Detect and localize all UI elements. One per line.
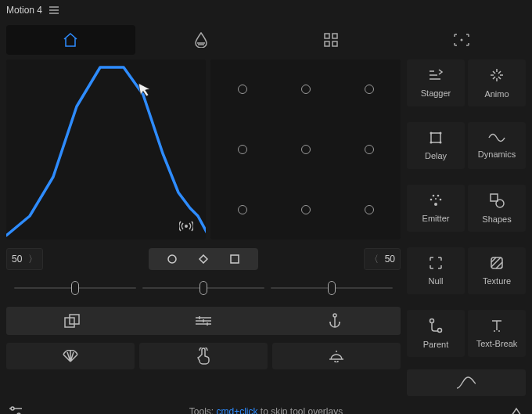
svg-rect-0 <box>325 34 329 38</box>
settings-sliders-icon[interactable] <box>8 404 23 414</box>
tab-focus[interactable] <box>397 25 527 55</box>
tool-dynamics[interactable]: Dynamics <box>468 122 526 169</box>
anchor-bottom-center[interactable] <box>301 205 311 214</box>
fan-icon <box>62 350 79 362</box>
distribute-button[interactable] <box>138 307 269 335</box>
svg-rect-24 <box>491 257 502 268</box>
svg-point-26 <box>438 329 442 333</box>
svg-rect-3 <box>332 41 337 46</box>
tab-home[interactable] <box>6 25 135 55</box>
panel-title: Motion 4 <box>6 5 42 16</box>
shape-diamond[interactable] <box>198 254 209 265</box>
footer-hint: Tools: cmd+click to skip tool overlays <box>23 406 509 414</box>
anchor-top-left[interactable] <box>238 85 247 94</box>
svg-rect-11 <box>431 133 440 142</box>
svg-point-19 <box>433 195 435 197</box>
easing-preset-button[interactable] <box>407 369 526 396</box>
dynamics-icon <box>488 132 505 143</box>
shape-circle[interactable] <box>167 254 178 265</box>
fan-button[interactable] <box>6 343 135 369</box>
tab-grid[interactable] <box>267 25 396 55</box>
touch-icon <box>197 347 210 365</box>
anchor-icon <box>329 313 341 329</box>
svg-point-14 <box>430 142 433 144</box>
clone-icon <box>64 314 80 328</box>
chevron-left-icon[interactable]: 〈 <box>369 253 379 266</box>
emitter-icon <box>428 193 444 207</box>
easing-icon <box>455 376 477 390</box>
svg-point-5 <box>185 225 188 228</box>
svg-rect-1 <box>332 34 337 38</box>
tool-emitter[interactable]: Emitter <box>407 185 465 232</box>
tool-delay[interactable]: Delay <box>407 122 465 169</box>
value-left[interactable]: 50 〉 <box>6 248 43 270</box>
delay-icon <box>429 131 443 145</box>
tool-label: Texture <box>483 276 511 286</box>
footer-suffix: to skip tool overlays <box>257 406 343 414</box>
tool-shapes[interactable]: Shapes <box>468 185 526 232</box>
svg-point-16 <box>434 203 437 206</box>
tool-stagger[interactable]: Stagger <box>407 59 465 106</box>
shape-toggle <box>149 248 258 270</box>
tool-textbreak[interactable]: Text-Break <box>468 310 526 357</box>
value-left-number: 50 <box>12 254 22 265</box>
tab-drop[interactable] <box>137 25 266 55</box>
action-bar <box>6 307 401 335</box>
chevron-right-icon[interactable]: 〉 <box>28 253 38 266</box>
svg-point-25 <box>430 319 434 323</box>
anchor-button[interactable] <box>269 307 401 335</box>
tool-label: Null <box>429 276 444 286</box>
svg-rect-7 <box>231 255 239 263</box>
svg-point-21 <box>435 198 437 200</box>
anchor-mid-right[interactable] <box>365 145 374 154</box>
svg-point-17 <box>430 199 433 201</box>
anchor-point-grid <box>210 59 401 239</box>
animo-icon <box>489 67 505 83</box>
svg-rect-2 <box>325 41 329 46</box>
parent-icon <box>429 318 443 333</box>
svg-point-27 <box>11 407 14 410</box>
collapse-up-icon[interactable] <box>509 404 524 414</box>
tool-label: Text-Break <box>476 339 518 348</box>
shape-square[interactable] <box>229 254 240 265</box>
easing-curve-panel[interactable] <box>6 59 206 239</box>
footer-prefix: Tools: <box>189 406 217 414</box>
anchor-mid-center[interactable] <box>301 145 311 154</box>
anchor-top-right[interactable] <box>365 85 374 94</box>
anchor-bottom-left[interactable] <box>238 205 247 214</box>
tool-parent[interactable]: Parent <box>407 310 465 357</box>
shapes-icon <box>489 193 505 208</box>
clone-button[interactable] <box>6 307 138 335</box>
tool-null[interactable]: Null <box>407 247 465 294</box>
tool-label: Delay <box>425 151 447 160</box>
svg-point-18 <box>440 199 442 201</box>
svg-rect-22 <box>491 194 498 201</box>
svg-point-6 <box>168 255 176 263</box>
tool-label: Animo <box>484 89 509 99</box>
anchor-mid-left[interactable] <box>238 145 247 154</box>
value-right[interactable]: 〈 50 <box>364 248 401 270</box>
touch-button[interactable] <box>139 343 268 369</box>
value-right-number: 50 <box>385 254 395 265</box>
footer-accent: cmd+click <box>216 406 257 414</box>
anchor-bottom-right[interactable] <box>365 205 374 214</box>
tool-label: Dynamics <box>478 149 516 159</box>
slider-1[interactable] <box>14 280 136 296</box>
menu-icon[interactable] <box>49 5 59 16</box>
stagger-icon <box>428 68 444 82</box>
svg-point-4 <box>460 39 462 41</box>
tool-animo[interactable]: Animo <box>468 59 526 106</box>
tool-texture[interactable]: Texture <box>468 247 526 294</box>
svg-point-23 <box>496 200 504 207</box>
signal-icon[interactable] <box>179 221 193 232</box>
slider-3[interactable] <box>271 280 393 296</box>
tool-label: Stagger <box>421 88 451 98</box>
bell-icon <box>329 350 344 362</box>
anchor-top-center[interactable] <box>301 85 311 94</box>
svg-point-20 <box>437 195 440 197</box>
bell-button[interactable] <box>272 343 401 369</box>
distribute-icon <box>195 315 212 326</box>
svg-point-10 <box>333 314 336 317</box>
slider-2[interactable] <box>142 280 264 296</box>
textbreak-icon <box>490 319 504 333</box>
